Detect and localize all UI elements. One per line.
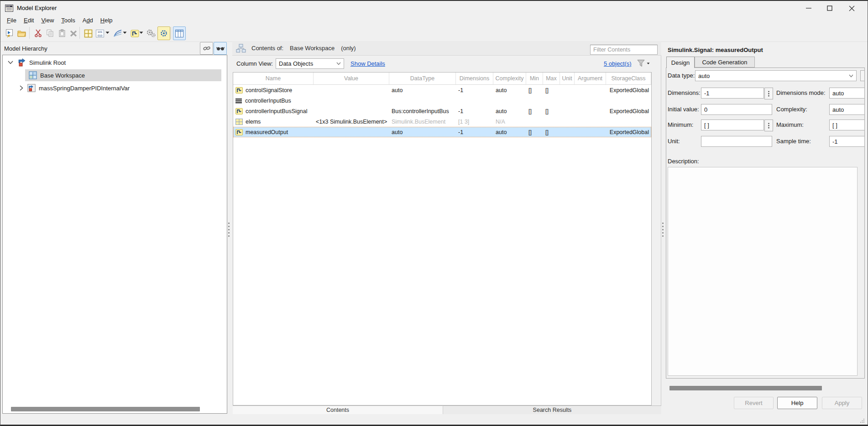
tree-item-base-workspace[interactable]: Base Workspace [3,69,223,82]
cell-storage_class[interactable]: ExportedGlobal [606,129,651,135]
column-view-select[interactable]: Data Objects [276,58,344,69]
detail-horizontal-scrollbar-thumb[interactable] [669,386,822,390]
add-data-object-dropdown-button[interactable] [105,26,110,39]
cell-datatype[interactable]: Simulink.BusElement [389,119,456,125]
sample-time-input[interactable] [829,136,864,147]
new-model-button[interactable] [3,26,16,40]
object-count-link[interactable]: 5 object(s) [604,60,632,67]
show-details-link[interactable]: Show Details [350,60,385,67]
column-header-datatype[interactable]: DataType [389,73,456,84]
resize-grip-icon[interactable] [860,418,865,423]
tab-design[interactable]: Design [666,57,695,68]
unit-input[interactable] [701,136,772,147]
cell-name[interactable]: elems [233,119,314,125]
column-header-dimensions[interactable]: Dimensions [456,73,493,84]
cell-dimensions[interactable]: -1 [456,108,493,114]
menu-add[interactable]: Add [79,16,97,25]
column-view-button[interactable] [173,26,186,40]
tab-contents[interactable]: Contents [233,405,443,414]
copy-button[interactable] [44,26,57,40]
minimum-options-button[interactable] [764,119,773,131]
delete-button[interactable] [67,26,80,40]
revert-button[interactable]: Revert [734,397,774,409]
minimum-input[interactable] [701,119,764,130]
minimize-button[interactable] [798,1,819,15]
table-row-elems[interactable]: elems<1x3 Simulink.BusElement>Simulink.B… [233,116,651,127]
dimensions-mode-input[interactable] [829,88,864,99]
cell-name[interactable]: controllerInputBusSignal [233,108,314,114]
chevron-right-icon[interactable] [20,85,23,91]
active-configuration-button[interactable] [157,26,170,40]
menu-view[interactable]: View [37,16,58,25]
tab-code-generation[interactable]: Code Generation [695,57,755,68]
cell-complexity[interactable]: auto [493,87,526,94]
cell-dimensions[interactable]: -1 [456,129,493,135]
column-header-name[interactable]: Name [233,73,314,84]
cell-min[interactable]: [] [526,87,543,94]
configuration-preferences-button[interactable] [145,26,157,40]
cell-datatype[interactable]: auto [389,129,456,135]
table-row-controllerInputBusSignal[interactable]: controllerInputBusSignalBus:controllerIn… [233,106,651,116]
cell-max[interactable]: [] [543,108,560,114]
help-button[interactable]: Help [777,397,817,409]
description-textarea[interactable] [668,167,858,376]
cell-max[interactable]: [] [543,129,560,135]
table-row-measuredOutput[interactable]: measuredOutputauto-1auto[][]ExportedGlob… [233,127,651,137]
hierarchy-horizontal-scrollbar-thumb[interactable] [11,407,200,411]
tree-item-simulink-root[interactable]: Simulink Root [3,56,223,69]
cell-datatype[interactable]: auto [389,87,456,94]
cell-datatype[interactable]: Bus:controllerInputBus [389,108,456,114]
add-workspace-variable-button[interactable] [82,26,94,40]
menu-file[interactable]: File [3,16,20,25]
column-header-complexity[interactable]: Complexity [493,73,526,84]
right-splitter-handle[interactable] [662,223,664,237]
cell-dimensions[interactable]: [1 3] [456,119,493,125]
maximize-button[interactable] [819,1,840,15]
close-button[interactable] [841,1,862,15]
table-row-controllerInputBus[interactable]: controllerInputBus [233,95,651,106]
column-header-storageclass[interactable]: StorageClass [606,73,651,84]
link-options-button[interactable] [200,42,213,55]
open-button[interactable] [16,26,28,40]
column-header-value[interactable]: Value [314,73,389,84]
tree-item-mass-spring-damper[interactable]: massSpringDamperPIDInternalVar [3,82,223,94]
cell-min[interactable]: [] [526,129,543,135]
dimensions-options-button[interactable] [764,88,773,99]
left-splitter-handle[interactable] [228,223,230,237]
cell-name[interactable]: controlSignalStore [233,87,314,94]
tab-search-results[interactable]: Search Results [443,405,661,414]
cell-complexity[interactable]: auto [493,108,526,114]
cell-storage_class[interactable]: ExportedGlobal [606,87,651,94]
cell-name[interactable]: measuredOutput [233,129,314,135]
cut-button[interactable] [32,26,45,40]
cell-max[interactable]: [] [543,87,560,94]
cell-complexity[interactable]: auto [493,129,526,135]
cell-value[interactable]: <1x3 Simulink.BusElement> [314,119,389,125]
cell-storage_class[interactable]: ExportedGlobal [606,108,651,114]
column-header-argument[interactable]: Argument [575,73,606,84]
initial-value-input[interactable] [701,104,772,115]
column-header-min[interactable]: Min [526,73,543,84]
paste-button[interactable] [56,26,68,40]
apply-button[interactable]: Apply [822,397,862,409]
filter-options-button[interactable] [637,57,652,69]
menu-edit[interactable]: Edit [20,16,37,25]
cell-min[interactable]: [] [526,108,543,114]
chevron-down-icon[interactable] [8,61,13,64]
data-type-assistant-button[interactable] [860,70,864,81]
add-signal-curves-dropdown-button[interactable] [122,26,128,39]
maximum-input[interactable] [829,119,864,130]
cell-name[interactable]: controllerInputBus [233,98,314,104]
data-type-select[interactable]: auto [695,70,857,81]
dimensions-input[interactable] [701,88,764,99]
column-header-unit[interactable]: Unit [560,73,575,84]
menu-tools[interactable]: Tools [58,16,78,25]
cell-dimensions[interactable]: -1 [456,87,493,94]
column-header-max[interactable]: Max [543,73,560,84]
table-row-controlSignalStore[interactable]: controlSignalStoreauto-1auto[][]Exported… [233,85,651,95]
complexity-input[interactable] [829,104,864,115]
preview-toggle-button[interactable] [214,42,227,55]
filter-contents-input[interactable] [590,45,658,55]
add-signal-object-dropdown-button[interactable] [138,26,144,39]
cell-complexity[interactable]: N/A [493,119,526,125]
